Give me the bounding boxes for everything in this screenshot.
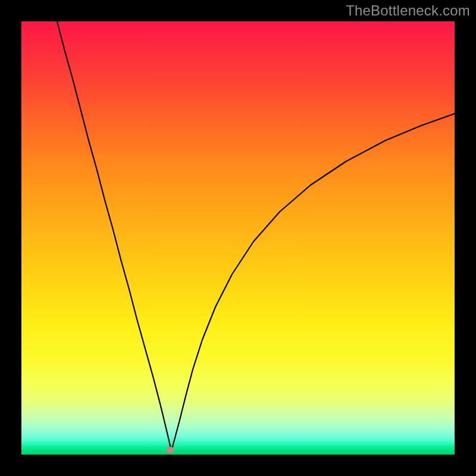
plot-area bbox=[21, 21, 455, 455]
bottleneck-curve bbox=[21, 21, 455, 455]
chart-frame: TheBottleneck.com bbox=[0, 0, 476, 476]
watermark-text: TheBottleneck.com bbox=[346, 2, 470, 19]
optimal-point-marker bbox=[166, 447, 174, 453]
